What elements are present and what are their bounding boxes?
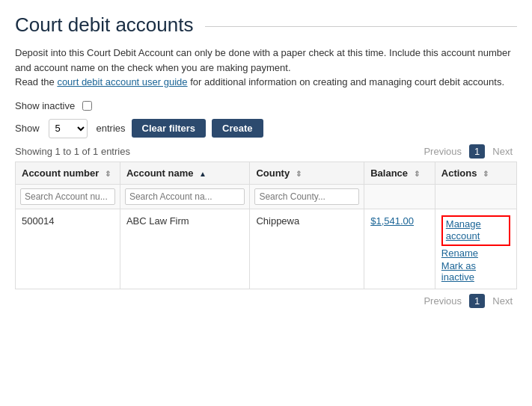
accounts-table: Account number ⇕ Account name ▲ County ⇕… [15, 162, 517, 290]
description-text-3: for additional information on creating a… [188, 76, 504, 87]
col-header-county[interactable]: County ⇕ [250, 162, 364, 184]
showing-text: Showing 1 to 1 of 1 entries [15, 146, 130, 157]
description-text-1: Deposit into this Court Debit Account ca… [15, 47, 511, 73]
sort-icon-actions: ⇕ [483, 170, 489, 178]
search-county-input[interactable] [254, 188, 359, 205]
sort-icon-account-number: ⇕ [105, 170, 111, 178]
show-label: Show [15, 123, 40, 134]
entries-label: entries [97, 123, 126, 134]
table-search-row [16, 184, 517, 209]
title-divider [205, 26, 517, 27]
page-description: Deposit into this Court Debit Account ca… [15, 46, 517, 90]
top-page-1-link[interactable]: 1 [469, 144, 485, 159]
col-header-account-name[interactable]: Account name ▲ [120, 162, 250, 184]
sort-icon-account-name: ▲ [199, 170, 207, 178]
search-balance-cell [364, 184, 435, 209]
table-header-row: Account number ⇕ Account name ▲ County ⇕… [16, 162, 517, 184]
sort-icon-balance: ⇕ [414, 170, 420, 178]
top-next-link[interactable]: Next [488, 144, 517, 159]
bottom-previous-link[interactable]: Previous [419, 294, 466, 308]
bottom-pagination: Previous 1 Next [419, 294, 517, 308]
entries-select[interactable]: 5 10 25 50 100 [49, 119, 88, 138]
col-header-balance[interactable]: Balance ⇕ [364, 162, 435, 184]
sort-icon-county: ⇕ [296, 170, 302, 178]
clear-filters-button[interactable]: Clear filters [132, 119, 207, 138]
search-account-number-input[interactable] [20, 188, 115, 205]
rename-link[interactable]: Rename [441, 247, 510, 259]
user-guide-link[interactable]: court debit account user guide [57, 76, 187, 87]
balance-link[interactable]: $1,541.00 [370, 215, 414, 227]
show-inactive-checkbox[interactable] [82, 101, 92, 111]
search-account-name-input[interactable] [125, 188, 245, 205]
search-account-name-cell [120, 184, 250, 209]
mark-inactive-link[interactable]: Mark as inactive [441, 260, 510, 283]
search-account-number-cell [16, 184, 120, 209]
table-row: 500014 ABC Law Firm Chippewa $1,541.00 M… [16, 209, 517, 289]
cell-county: Chippewa [250, 209, 364, 289]
search-actions-cell [435, 184, 516, 209]
description-text-2: Read the [15, 76, 57, 87]
col-header-account-number[interactable]: Account number ⇕ [16, 162, 120, 184]
top-previous-link[interactable]: Previous [419, 144, 466, 159]
bottom-next-link[interactable]: Next [488, 294, 517, 308]
search-county-cell [250, 184, 364, 209]
actions-cell-container: Manage account Rename Mark as inactive [441, 215, 510, 283]
col-header-actions[interactable]: Actions ⇕ [435, 162, 516, 184]
manage-account-link[interactable]: Manage account [441, 215, 510, 247]
bottom-page-1-link[interactable]: 1 [469, 294, 485, 308]
page-title: Court debit accounts [15, 13, 193, 37]
cell-account-name: ABC Law Firm [120, 209, 250, 289]
cell-actions: Manage account Rename Mark as inactive [435, 209, 516, 289]
top-pagination: Previous 1 Next [419, 144, 517, 159]
show-inactive-label: Show inactive [15, 100, 75, 111]
cell-balance: $1,541.00 [364, 209, 435, 289]
cell-account-number: 500014 [16, 209, 120, 289]
create-button[interactable]: Create [212, 119, 263, 138]
